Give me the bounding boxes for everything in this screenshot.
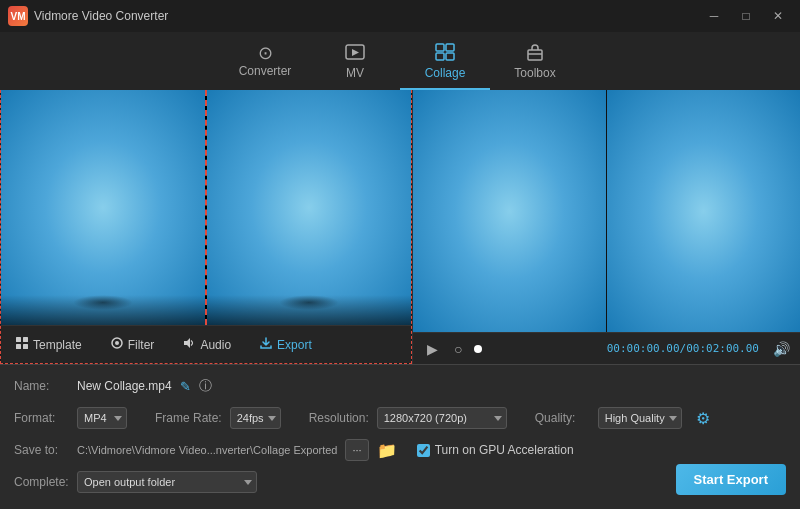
minimize-button[interactable]: ─: [700, 6, 728, 26]
mv-icon: [345, 43, 365, 64]
template-icon: [15, 336, 29, 353]
video-thumbnail-2: [207, 90, 411, 325]
svg-rect-2: [446, 44, 454, 51]
svg-rect-4: [446, 53, 454, 60]
play-button[interactable]: ▶: [423, 339, 442, 359]
tab-collage-label: Collage: [425, 66, 466, 80]
collage-icon: [435, 43, 455, 64]
tab-toolbox[interactable]: Toolbox: [490, 38, 580, 90]
title-bar-left: VM Vidmore Video Converter: [8, 6, 168, 26]
name-row: Name: New Collage.mp4 ✎ ⓘ: [14, 373, 786, 399]
framerate-label: Frame Rate:: [155, 411, 222, 425]
app-logo: VM: [8, 6, 28, 26]
title-bar: VM Vidmore Video Converter ─ □ ✕: [0, 0, 800, 32]
resolution-label: Resolution:: [309, 411, 369, 425]
right-video-grid: [413, 90, 800, 332]
framerate-select[interactable]: 24fps 25fps 30fps 60fps: [230, 407, 281, 429]
audio-button[interactable]: Audio: [176, 332, 237, 357]
converter-icon: ⊙: [258, 44, 273, 62]
close-button[interactable]: ✕: [764, 6, 792, 26]
volume-button[interactable]: 🔊: [773, 341, 790, 357]
saveto-path: C:\Vidmore\Vidmore Video...nverter\Colla…: [77, 444, 337, 456]
time-display: 00:00:00.00/00:02:00.00: [607, 342, 759, 355]
export-icon: [259, 336, 273, 353]
svg-rect-5: [528, 50, 542, 60]
maximize-button[interactable]: □: [732, 6, 760, 26]
tab-bar: ⊙ Converter MV Collage: [0, 32, 800, 90]
preview-controls: ▶ ○ 00:00:00.00/00:02:00.00 🔊: [413, 332, 800, 364]
template-button[interactable]: Template: [9, 332, 88, 357]
audio-label: Audio: [200, 338, 231, 352]
filter-label: Filter: [128, 338, 155, 352]
tab-mv[interactable]: MV: [310, 38, 400, 90]
quality-label: Quality:: [535, 411, 590, 425]
title-bar-controls: ─ □ ✕: [700, 6, 792, 26]
complete-select[interactable]: Open output folder Do nothing Shut down: [77, 471, 257, 493]
quality-select[interactable]: High Quality Standard Low: [598, 407, 682, 429]
right-preview-panel: ▶ ○ 00:00:00.00/00:02:00.00 🔊: [412, 90, 800, 364]
tab-toolbox-label: Toolbox: [514, 66, 555, 80]
shadow-1: [73, 295, 133, 310]
svg-rect-9: [16, 344, 21, 349]
start-export-button[interactable]: Start Export: [676, 464, 786, 495]
settings-container: Name: New Collage.mp4 ✎ ⓘ Format: MP4 AV…: [0, 364, 800, 509]
left-video-grid: ⊞ ⊞: [1, 90, 411, 325]
export-label: Export: [277, 338, 312, 352]
browse-dots-button[interactable]: ···: [345, 439, 368, 461]
video-cell-1[interactable]: ⊞: [1, 90, 205, 325]
app-title: Vidmore Video Converter: [34, 9, 168, 23]
shadow-2: [279, 295, 339, 310]
video-cell-2[interactable]: ⊞: [205, 90, 411, 325]
saveto-label: Save to:: [14, 443, 69, 457]
quality-settings-icon[interactable]: ⚙: [696, 409, 710, 428]
preview-thumbnail-2: [607, 90, 800, 332]
audio-icon: [182, 336, 196, 353]
complete-label: Complete:: [14, 475, 69, 489]
svg-point-12: [115, 341, 119, 345]
filter-button[interactable]: Filter: [104, 332, 161, 357]
left-editor-panel: ⊞ ⊞: [0, 90, 412, 364]
open-folder-button[interactable]: 📁: [377, 441, 397, 460]
format-row: Format: MP4 AVI MOV MKV Frame Rate: 24fp…: [14, 405, 786, 431]
complete-row: Complete: Open output folder Do nothing …: [14, 469, 786, 495]
saveto-row: Save to: C:\Vidmore\Vidmore Video...nver…: [14, 437, 786, 463]
video-thumbnail-1: [1, 90, 205, 325]
preview-cell-1: [413, 90, 606, 332]
tab-mv-label: MV: [346, 66, 364, 80]
format-label: Format:: [14, 411, 69, 425]
main-content: ⊞ ⊞: [0, 90, 800, 364]
svg-rect-10: [23, 344, 28, 349]
name-edit-icon[interactable]: ✎: [180, 379, 191, 394]
gpu-acceleration-label[interactable]: Turn on GPU Acceleration: [417, 443, 574, 457]
preview-cell-2: [606, 90, 800, 332]
template-label: Template: [33, 338, 82, 352]
svg-rect-8: [23, 337, 28, 342]
stop-button[interactable]: ○: [450, 339, 466, 359]
svg-rect-1: [436, 44, 444, 51]
name-value: New Collage.mp4: [77, 379, 172, 393]
resolution-select[interactable]: 1280x720 (720p) 1920x1080 (1080p) 854x48…: [377, 407, 507, 429]
name-label: Name:: [14, 379, 69, 393]
toolbox-icon: [525, 43, 545, 64]
tab-collage[interactable]: Collage: [400, 38, 490, 90]
preview-thumbnail-1: [413, 90, 606, 332]
format-select[interactable]: MP4 AVI MOV MKV: [77, 407, 127, 429]
svg-rect-3: [436, 53, 444, 60]
filter-icon: [110, 336, 124, 353]
name-info-icon[interactable]: ⓘ: [199, 377, 212, 395]
svg-rect-7: [16, 337, 21, 342]
export-button[interactable]: Export: [253, 332, 318, 357]
gpu-acceleration-checkbox[interactable]: [417, 444, 430, 457]
left-toolbar: Template Filter Audio: [1, 325, 411, 363]
tab-converter-label: Converter: [239, 64, 292, 78]
progress-dot: [474, 345, 482, 353]
tab-converter[interactable]: ⊙ Converter: [220, 38, 310, 90]
